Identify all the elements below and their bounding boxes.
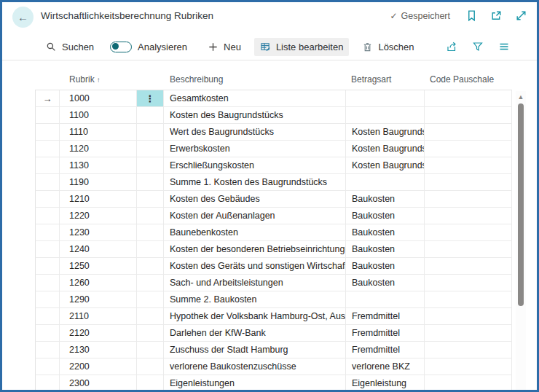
table-row[interactable]: 1220Kosten der AußenanlagenBaukosten bbox=[35, 208, 512, 224]
table-row[interactable]: 1230BaunebenkostenBaukosten bbox=[35, 224, 512, 241]
table-row[interactable]: →1000⋮Gesamtkosten bbox=[35, 90, 512, 107]
row-context-menu-cell[interactable] bbox=[137, 141, 164, 157]
cell-beschreibung[interactable]: Summe 1. Kosten des Baugrundstücks bbox=[164, 174, 346, 191]
row-context-menu-cell[interactable] bbox=[137, 224, 164, 241]
scrollbar-thumb[interactable] bbox=[518, 103, 524, 306]
cell-code-pauschale[interactable] bbox=[425, 275, 512, 291]
vertical-scrollbar[interactable]: ▲ bbox=[516, 91, 526, 390]
cell-betragsart[interactable]: Baukosten bbox=[346, 241, 425, 258]
column-header-beschreibung[interactable]: Beschreibung bbox=[164, 74, 346, 85]
row-selector-cell[interactable] bbox=[35, 291, 60, 308]
cell-code-pauschale[interactable] bbox=[425, 258, 512, 275]
cell-code-pauschale[interactable] bbox=[425, 241, 512, 258]
cell-beschreibung[interactable]: Kosten des Baugrundstücks bbox=[164, 107, 346, 124]
cell-code-pauschale[interactable] bbox=[425, 107, 512, 124]
expand-icon[interactable] bbox=[515, 9, 527, 22]
cell-code-pauschale[interactable] bbox=[425, 375, 512, 392]
back-button[interactable]: ← bbox=[12, 7, 34, 28]
cell-code-pauschale[interactable] bbox=[425, 291, 512, 308]
cell-rubrik[interactable]: 1190 bbox=[60, 174, 137, 191]
cell-beschreibung[interactable]: Wert des Baugrundstücks bbox=[164, 124, 346, 141]
table-row[interactable]: 1130ErschließungskostenKosten Baugrunds.… bbox=[35, 157, 512, 174]
open-in-window-icon[interactable] bbox=[490, 9, 503, 22]
cell-beschreibung[interactable]: Zuschuss der Stadt Hamburg bbox=[164, 342, 346, 358]
bookmark-icon[interactable] bbox=[465, 9, 478, 22]
cell-rubrik[interactable]: 2110 bbox=[60, 308, 137, 325]
table-row[interactable]: 1290Summe 2. Baukosten bbox=[35, 291, 512, 308]
column-header-rubrik[interactable]: Rubrik↑ bbox=[60, 74, 137, 85]
row-selector-cell[interactable] bbox=[35, 358, 60, 375]
table-row[interactable]: 1210Kosten des GebäudesBaukosten bbox=[35, 191, 512, 208]
cell-betragsart[interactable] bbox=[346, 174, 425, 191]
list-options-icon[interactable] bbox=[498, 41, 510, 52]
row-selector-cell[interactable] bbox=[35, 325, 60, 342]
cell-betragsart[interactable]: Fremdmittel bbox=[346, 342, 425, 358]
table-row[interactable]: 1250Kosten des Geräts und sonstigen Wirt… bbox=[35, 258, 512, 275]
row-context-menu-cell[interactable] bbox=[137, 375, 164, 392]
cell-code-pauschale[interactable] bbox=[425, 191, 512, 208]
cell-rubrik[interactable]: 1100 bbox=[60, 107, 137, 124]
cell-betragsart[interactable] bbox=[346, 291, 425, 308]
row-context-menu-cell[interactable] bbox=[137, 325, 164, 342]
row-context-menu-cell[interactable] bbox=[137, 241, 164, 258]
cell-betragsart[interactable]: verlorene BKZ bbox=[346, 358, 425, 375]
cell-beschreibung[interactable]: Erschließungskosten bbox=[164, 157, 346, 174]
row-context-menu-cell[interactable] bbox=[137, 342, 164, 358]
cell-code-pauschale[interactable] bbox=[425, 342, 512, 358]
cell-rubrik[interactable]: 2200 bbox=[60, 358, 137, 375]
row-selector-cell[interactable] bbox=[35, 258, 60, 275]
row-selector-cell[interactable] bbox=[35, 275, 60, 291]
cell-betragsart[interactable]: Fremdmittel bbox=[346, 308, 425, 325]
row-context-menu-cell[interactable] bbox=[137, 107, 164, 124]
row-selector-cell[interactable] bbox=[35, 157, 60, 174]
cell-beschreibung[interactable]: Hypothek der Volksbank Hamburg-Ost, Ausz… bbox=[164, 308, 346, 325]
toggle-switch-off[interactable] bbox=[110, 42, 132, 52]
cell-beschreibung[interactable]: Erwerbskosten bbox=[164, 141, 346, 157]
cell-betragsart[interactable]: Baukosten bbox=[346, 208, 425, 224]
cell-beschreibung[interactable]: Baunebenkosten bbox=[164, 224, 346, 241]
row-selector-cell[interactable] bbox=[35, 107, 60, 124]
column-header-code-pauschale[interactable]: Code Pauschale bbox=[425, 74, 512, 85]
table-row[interactable]: 2110Hypothek der Volksbank Hamburg-Ost, … bbox=[35, 308, 512, 325]
cell-code-pauschale[interactable] bbox=[425, 90, 512, 107]
row-selector-cell[interactable] bbox=[35, 174, 60, 191]
row-context-menu-cell[interactable] bbox=[137, 275, 164, 291]
row-selector-cell[interactable] bbox=[35, 141, 60, 157]
cell-betragsart[interactable]: Fremdmittel bbox=[346, 325, 425, 342]
cell-rubrik[interactable]: 2130 bbox=[60, 342, 137, 358]
edit-list-button[interactable]: Liste bearbeiten bbox=[254, 38, 350, 56]
row-selector-cell[interactable] bbox=[35, 375, 60, 392]
cell-rubrik[interactable]: 1210 bbox=[60, 191, 137, 208]
cell-rubrik[interactable]: 1260 bbox=[60, 275, 137, 291]
cell-betragsart[interactable]: Baukosten bbox=[346, 224, 425, 241]
cell-rubrik[interactable]: 1250 bbox=[60, 258, 137, 275]
cell-beschreibung[interactable]: Gesamtkosten bbox=[164, 90, 346, 107]
cell-beschreibung[interactable]: Kosten des Gebäudes bbox=[164, 191, 346, 208]
row-context-menu-cell[interactable] bbox=[137, 358, 164, 375]
cell-beschreibung[interactable]: Kosten der besonderen Betriebseinrichtun… bbox=[164, 241, 346, 258]
cell-rubrik[interactable]: 1120 bbox=[60, 141, 137, 157]
cell-beschreibung[interactable]: Kosten der Außenanlagen bbox=[164, 208, 346, 224]
filter-icon[interactable] bbox=[472, 41, 484, 52]
column-header-betragsart[interactable]: Betragsart bbox=[346, 74, 425, 85]
cell-betragsart[interactable]: Eigenleistung bbox=[346, 375, 425, 392]
row-selector-cell[interactable] bbox=[35, 342, 60, 358]
cell-beschreibung[interactable]: Summe 2. Baukosten bbox=[164, 291, 346, 308]
cell-betragsart[interactable]: Baukosten bbox=[346, 258, 425, 275]
cell-betragsart[interactable] bbox=[346, 90, 425, 107]
cell-rubrik[interactable]: 2300 bbox=[60, 375, 137, 392]
cell-betragsart[interactable]: Baukosten bbox=[346, 275, 425, 291]
table-row[interactable]: 2120Darlehen der KfW-BankFremdmittel bbox=[35, 325, 512, 342]
cell-rubrik[interactable]: 1000 bbox=[60, 90, 137, 107]
cell-betragsart[interactable]: Kosten Baugrunds... bbox=[346, 124, 425, 141]
cell-code-pauschale[interactable] bbox=[425, 308, 512, 325]
row-context-menu-cell[interactable] bbox=[137, 208, 164, 224]
row-selector-cell[interactable] bbox=[35, 124, 60, 141]
cell-rubrik[interactable]: 1230 bbox=[60, 224, 137, 241]
row-selector-cell[interactable] bbox=[35, 208, 60, 224]
cell-beschreibung[interactable]: Eigenleistungen bbox=[164, 375, 346, 392]
row-context-menu-cell[interactable] bbox=[137, 258, 164, 275]
row-context-menu-cell[interactable] bbox=[137, 308, 164, 325]
row-context-menu-cell[interactable]: ⋮ bbox=[137, 90, 164, 107]
table-row[interactable]: 1110Wert des BaugrundstücksKosten Baugru… bbox=[35, 124, 512, 141]
